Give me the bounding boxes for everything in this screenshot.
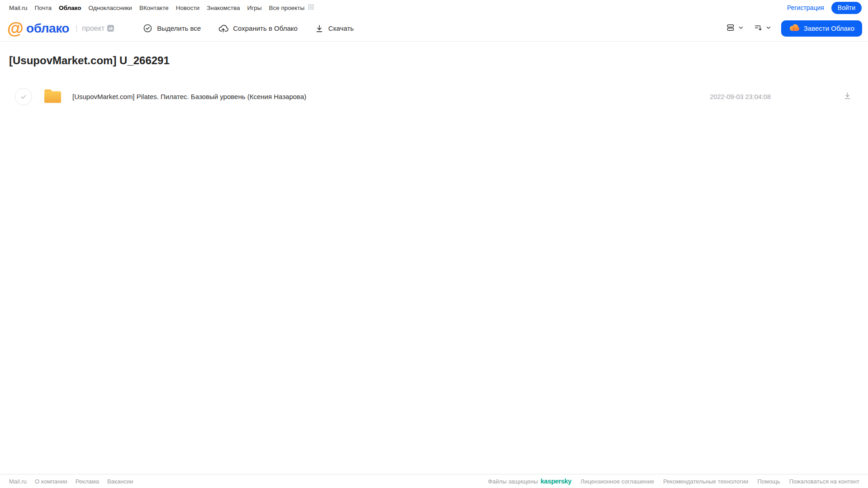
row-download-icon[interactable] xyxy=(843,91,852,102)
topbar-link-vse-proekty[interactable]: Все проекты xyxy=(269,5,304,11)
select-all-button[interactable]: Выделить все xyxy=(143,24,201,33)
footer-link-license[interactable]: Лицензионное соглашение xyxy=(580,478,654,485)
cloud-logo-text: облако xyxy=(26,22,69,35)
main-content: [UsupovMarket.com] U_266291 [UsupovMarke… xyxy=(0,54,868,106)
cloud-upload-icon xyxy=(218,23,228,33)
registration-link[interactable]: Регистрация xyxy=(787,4,824,11)
topbar-link-mailru[interactable]: Mail.ru xyxy=(9,5,28,11)
chevron-down-icon xyxy=(765,24,772,33)
topbar-link-novosti[interactable]: Новости xyxy=(176,5,199,11)
list-view-icon xyxy=(726,23,735,34)
topbar-link-igry[interactable]: Игры xyxy=(247,5,262,11)
cloud-logo[interactable]: @ облако | проект vk xyxy=(7,20,114,37)
save-to-cloud-label: Сохранить в Облако xyxy=(233,24,298,32)
all-projects-grid-icon[interactable] xyxy=(308,4,314,11)
portal-topbar: Mail.ru Почта Облако Одноклассники ВКонт… xyxy=(0,0,868,15)
page-title: [UsupovMarket.com] U_266291 xyxy=(9,54,868,67)
topbar-link-znakomstva[interactable]: Знакомства xyxy=(207,5,240,11)
check-icon xyxy=(19,93,28,101)
file-row[interactable]: [UsupovMarket.com] Pilates. Пилатес. Баз… xyxy=(9,87,868,106)
file-date: 2022-09-03 23:04:08 xyxy=(710,93,771,100)
chevron-down-icon xyxy=(738,24,744,33)
download-label: Скачать xyxy=(328,24,354,32)
get-cloud-label: Завести Облако xyxy=(804,24,854,32)
select-all-label: Выделить все xyxy=(157,24,201,32)
footer-right: Файлы защищены kaspersky Лицензионное со… xyxy=(488,478,859,485)
topbar-link-pochta[interactable]: Почта xyxy=(35,5,52,11)
share-toolbar: Выделить все Сохранить в Облако Скачат xyxy=(143,23,354,33)
download-button[interactable]: Скачать xyxy=(315,24,354,33)
check-circle-icon xyxy=(143,24,152,33)
app-header: @ облако | проект vk Выделить все xyxy=(0,15,868,42)
vk-badge-icon: vk xyxy=(107,25,114,32)
footer: Mail.ru О компании Реклама Вакансии Файл… xyxy=(0,474,868,488)
topbar-link-odnoklassniki[interactable]: Одноклассники xyxy=(88,5,132,11)
topbar-link-oblako[interactable]: Облако xyxy=(59,5,81,11)
sort-icon xyxy=(754,23,763,34)
kaspersky-logo[interactable]: kaspersky xyxy=(541,478,571,485)
project-label: проект xyxy=(82,24,104,33)
row-checkbox[interactable] xyxy=(15,88,32,105)
footer-link-help[interactable]: Помощь xyxy=(757,478,780,485)
login-button[interactable]: Войти xyxy=(831,2,862,14)
cloud-icon xyxy=(789,23,800,33)
get-cloud-button[interactable]: Завести Облако xyxy=(781,20,862,37)
footer-link-o-kompanii[interactable]: О компании xyxy=(35,478,67,485)
mailru-at-icon: @ xyxy=(7,20,23,37)
footer-link-mailru[interactable]: Mail.ru xyxy=(9,478,27,485)
protected-label: Файлы защищены xyxy=(488,478,538,485)
file-name-link[interactable]: [UsupovMarket.com] Pilates. Пилатес. Баз… xyxy=(72,93,710,100)
view-mode-selector[interactable] xyxy=(726,23,744,34)
logo-divider: | xyxy=(76,24,77,33)
sort-selector[interactable] xyxy=(754,23,772,34)
folder-icon xyxy=(43,87,63,106)
footer-link-report[interactable]: Пожаловаться на контент xyxy=(789,478,859,485)
save-to-cloud-button[interactable]: Сохранить в Облако xyxy=(218,23,298,33)
kaspersky-protection: Файлы защищены kaspersky xyxy=(488,478,572,485)
footer-link-recommendations[interactable]: Рекомендательные технологии xyxy=(663,478,748,485)
footer-link-vakansii[interactable]: Вакансии xyxy=(107,478,133,485)
footer-link-reklama[interactable]: Реклама xyxy=(76,478,99,485)
topbar-link-vkontakte[interactable]: ВКонтакте xyxy=(139,5,169,11)
download-icon xyxy=(315,24,324,33)
header-actions: Завести Облако xyxy=(726,20,862,37)
